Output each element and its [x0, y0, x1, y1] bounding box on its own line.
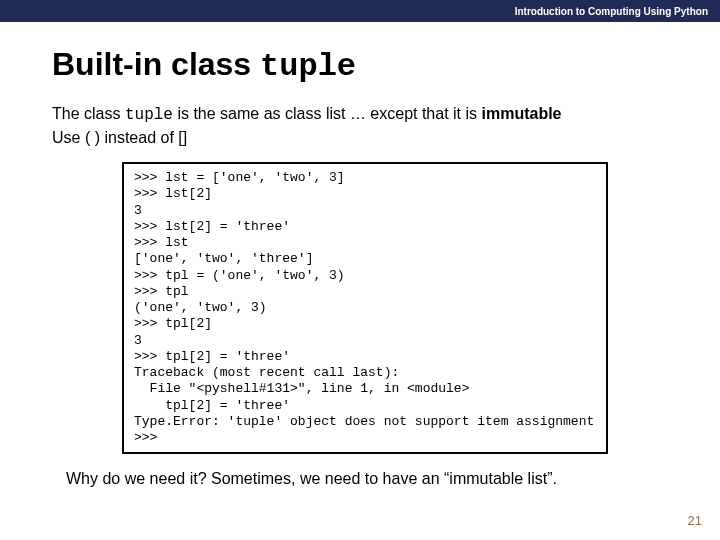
- why-text: Why do we need it? Sometimes, we need to…: [52, 470, 668, 488]
- slide-title: Built-in class tuple: [52, 46, 668, 85]
- intro-line-2: Use ( ) instead of []: [52, 127, 668, 149]
- title-prefix: Built-in class: [52, 46, 260, 82]
- course-title: Introduction to Computing Using Python: [515, 6, 708, 17]
- code-example: >>> lst = ['one', 'two', 3] >>> lst[2] 3…: [122, 162, 608, 454]
- title-mono: tuple: [260, 48, 356, 85]
- slide-content: Built-in class tuple The class tuple is …: [0, 22, 720, 488]
- header-bar: Introduction to Computing Using Python: [0, 0, 720, 22]
- page-number: 21: [688, 513, 702, 528]
- intro-frag-a: The class: [52, 105, 125, 122]
- intro-frag-mono: tuple: [125, 106, 173, 124]
- intro-line-1: The class tuple is the same as class lis…: [52, 103, 668, 127]
- intro-frag-b: is the same as class list … except that …: [173, 105, 482, 122]
- intro-frag-bold: immutable: [482, 105, 562, 122]
- intro-text: The class tuple is the same as class lis…: [52, 103, 668, 148]
